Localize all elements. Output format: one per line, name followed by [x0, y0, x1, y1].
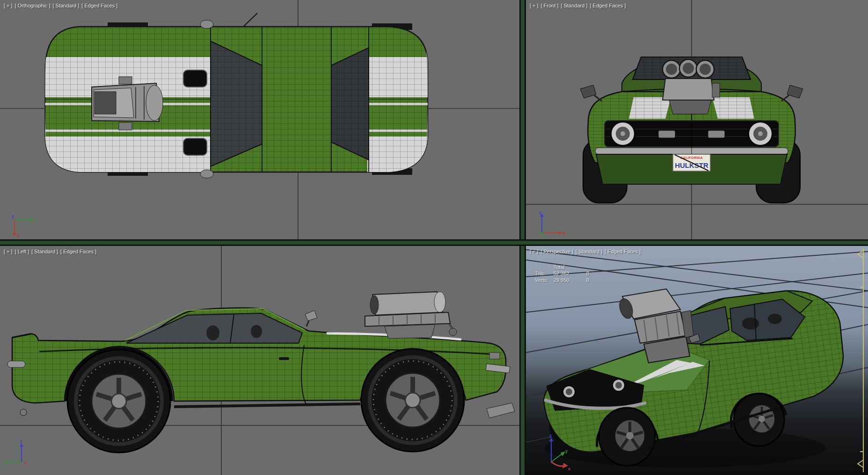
rocker-stripe: [174, 404, 360, 407]
label-plus-menu[interactable]: [ + ]: [4, 249, 13, 254]
svg-text:y: y: [565, 449, 568, 453]
marker-light: [708, 130, 725, 138]
viewport-label-front: [ + ] [ Front ] [ Standard ] [ Edged Fac…: [530, 3, 626, 8]
label-standard-menu[interactable]: [ Standard ]: [561, 3, 588, 8]
axis-tripod: z x y: [533, 209, 573, 239]
front-canvas[interactable]: CALIFORNIA HULKSTR: [526, 0, 868, 239]
marker-light: [658, 130, 675, 138]
label-shading-menu[interactable]: [ Edged Faces ]: [605, 249, 641, 254]
headlight: [489, 353, 500, 359]
max-quad-viewports: [ + ] [ Orthographic ] [ Standard ] [ Ed…: [0, 0, 868, 475]
svg-text:z: z: [539, 210, 541, 215]
label-pov-menu[interactable]: [ Front ]: [541, 3, 559, 8]
label-shading-menu[interactable]: [ Edged Faces ]: [81, 3, 117, 8]
polygon-statistics: Total Tris: 52 362 0 Verts: 29 950 0: [535, 264, 605, 283]
axis-tripod: z y x: [1, 438, 40, 473]
svg-text:z: z: [20, 439, 22, 444]
viewport-front[interactable]: CALIFORNIA HULKSTR: [526, 0, 868, 239]
svg-text:x: x: [24, 461, 27, 466]
exhaust-tip: [20, 409, 27, 416]
seat: [742, 317, 759, 330]
viewport-label-orthographic: [ + ] [ Orthographic ] [ Standard ] [ Ed…: [4, 3, 117, 8]
side-mirror: [781, 85, 803, 101]
seat: [768, 314, 782, 324]
stats-row-verts: Verts: 29 950 0: [535, 277, 605, 283]
svg-text:x: x: [563, 230, 566, 236]
car-model-side-view[interactable]: [7, 292, 515, 453]
active-viewport-indicator: [855, 246, 867, 475]
viewport-left[interactable]: [ + ] [ Left ] [ Standard ] [ Edged Face…: [0, 246, 519, 475]
svg-text:x: x: [17, 233, 20, 238]
engine-blower: [365, 292, 457, 338]
label-plus-menu[interactable]: [ + ]: [4, 3, 13, 8]
label-shading-menu[interactable]: [ Edged Faces ]: [60, 249, 96, 254]
axis-tripod: z y x: [535, 432, 580, 474]
label-shading-menu[interactable]: [ Edged Faces ]: [590, 3, 626, 8]
viewport-label-left: [ + ] [ Left ] [ Standard ] [ Edged Face…: [4, 249, 96, 254]
label-pov-menu[interactable]: [ Orthographic ]: [15, 3, 51, 8]
license-plate: CALIFORNIA HULKSTR: [673, 154, 710, 171]
side-mirror: [200, 20, 213, 29]
svg-text:y: y: [36, 218, 38, 223]
rear-wheel: [67, 350, 170, 453]
front-wheel: [361, 349, 464, 452]
antenna: [243, 13, 257, 27]
side-mirror: [580, 85, 602, 101]
label-standard-menu[interactable]: [ Standard ]: [52, 3, 79, 8]
svg-text:y: y: [544, 235, 546, 239]
viewport-orthographic[interactable]: [ + ] [ Orthographic ] [ Standard ] [ Ed…: [0, 0, 519, 239]
viewport-splitter-vertical[interactable]: [519, 0, 526, 475]
orthographic-canvas[interactable]: [0, 0, 519, 239]
car-model-front-view[interactable]: CALIFORNIA HULKSTR: [580, 54, 803, 203]
label-standard-menu[interactable]: [ Standard ]: [576, 249, 602, 254]
side-mirror: [305, 310, 317, 326]
label-pov-menu[interactable]: [ Left ]: [15, 249, 29, 254]
viewport-label-perspective: [ + ] [ Perspective ] [ Standard ] [ Edg…: [530, 249, 641, 254]
viewport-splitter-horizontal[interactable]: [0, 239, 868, 246]
svg-text:z: z: [12, 214, 14, 219]
front-air-dam: [487, 403, 515, 418]
axis-tripod: z y x: [7, 208, 46, 238]
label-standard-menu[interactable]: [ Standard ]: [31, 249, 58, 254]
label-plus-menu[interactable]: [ + ]: [530, 3, 539, 8]
rear-bumper: [7, 361, 25, 367]
svg-text:x: x: [568, 467, 570, 471]
label-pov-menu[interactable]: [ Perspective ]: [541, 249, 574, 254]
side-mirror: [200, 170, 213, 178]
car-model-top-view[interactable]: [42, 13, 430, 178]
viewport-perspective[interactable]: [ + ] [ Perspective ] [ Standard ] [ Edg…: [526, 246, 868, 475]
label-plus-menu[interactable]: [ + ]: [530, 249, 539, 254]
door-handle: [279, 357, 289, 360]
stats-header: Total: [554, 264, 586, 270]
hood-vent: [183, 70, 207, 87]
svg-text:z: z: [549, 433, 552, 439]
svg-text:y: y: [2, 465, 4, 469]
stats-row-tris: Tris: 52 362 0: [535, 270, 605, 277]
hood-vent: [183, 138, 207, 155]
left-canvas[interactable]: [0, 246, 519, 475]
